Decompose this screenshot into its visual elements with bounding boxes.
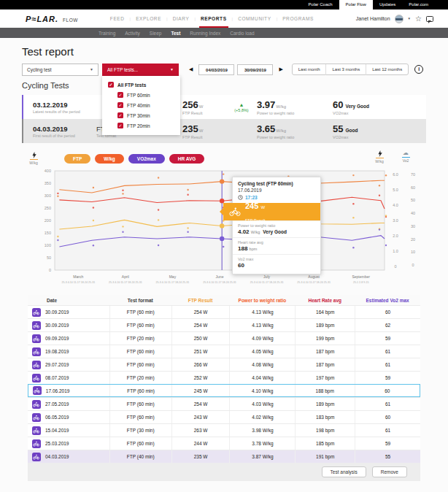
nav-item-programs[interactable]: PROGRAMS [279, 9, 317, 28]
info-button[interactable]: i [414, 65, 423, 74]
remove-button[interactable]: Remove [372, 466, 407, 477]
table-row[interactable]: 19.08.2019FTP (60 min)251 W4.05 W/kg187 … [28, 345, 420, 358]
sport-select[interactable]: Cycling test ▼ [22, 64, 99, 76]
scatter-point-ftp [385, 215, 387, 216]
subnav-item-running-index[interactable]: Running Index [190, 31, 220, 36]
plot-area[interactable] [55, 171, 385, 270]
legend-pill-hr-avg[interactable]: HR AVG [169, 154, 205, 164]
table-header-ftp-result: FTP Result [171, 298, 230, 303]
scatter-point-vo2max [223, 246, 224, 247]
table-row[interactable]: 29.07.2019FTP (60 min)266 W4.08 W/kg187 … [28, 358, 420, 371]
axis-tick: 50 [47, 255, 51, 260]
dropdown-option-ftp-30min[interactable]: ✓FTP 30min [102, 110, 180, 120]
quick-range-last-month[interactable]: Last month [293, 64, 326, 75]
dropdown-option-label: FTP 60min [127, 93, 150, 98]
scatter-point-vo2max [379, 228, 380, 230]
dropdown-option-ftp-20min[interactable]: ✓FTP 20min [102, 120, 180, 131]
chevron-down-icon: ▼ [170, 67, 174, 72]
nav-item-explore[interactable]: EXPLORE [133, 9, 164, 28]
date-to-input[interactable]: 30/09/2019 [237, 64, 273, 75]
subnav-item-activity[interactable]: Activity [125, 31, 140, 36]
scatter-point-w-kg [158, 177, 159, 178]
selected-point-w-kg[interactable] [220, 179, 224, 183]
row-sport-cell [28, 319, 45, 331]
legend-pill-vo2max[interactable]: VO2max [128, 154, 165, 164]
nav-item-reports[interactable]: REPORTS [198, 9, 230, 28]
test-type-select[interactable]: All FTP tests... ▼ [102, 64, 179, 76]
cyclist-icon [33, 415, 39, 420]
quick-range-last-3-months[interactable]: Last 3 months [325, 64, 366, 75]
nav-item-diary[interactable]: DIARY [170, 9, 193, 28]
subnav-item-training[interactable]: Training [99, 31, 115, 36]
row-sport-cell [28, 345, 45, 358]
table-row[interactable]: 06.05.2019FTP (60 min)243 W4.02 W/kg183 … [28, 410, 420, 423]
table-row[interactable]: 25.03.2019FTP (60 min)244 W3.78 W/kg185 … [28, 437, 420, 450]
table-row[interactable]: 30.09.2019FTP (60 min)254 W4.13 W/kg164 … [28, 305, 420, 318]
topbar-tab-polar-coach[interactable]: Polar Coach [302, 0, 339, 9]
checkbox-checked-icon[interactable]: ✓ [108, 82, 114, 88]
checkbox-checked-icon[interactable]: ✓ [117, 123, 123, 128]
right-axis-wkg-icon: W/kg [372, 150, 387, 164]
selected-point-ftp[interactable] [220, 223, 224, 228]
axis-tick: June [216, 274, 224, 279]
subnav-item-test[interactable]: Test [171, 31, 180, 36]
quick-range-last-12-months[interactable]: Last 12 months [366, 64, 408, 75]
row-estimated-vo2: 59 [355, 372, 420, 384]
table-row[interactable]: 30.09.2019FTP (60 min)254 W4.13 W/kg189 … [28, 318, 420, 331]
checkbox-checked-icon[interactable]: ✓ [117, 92, 123, 98]
dropdown-option-label: All FTP tests [117, 82, 146, 88]
row-ftp-result: 243 W [171, 411, 230, 423]
dropdown-option-label: FTP 20min [127, 123, 150, 128]
prev-period-button[interactable]: ◀ [185, 64, 197, 75]
axis-tick: 100 [45, 243, 51, 247]
legend-pill-w-kg[interactable]: W/kg [95, 154, 124, 164]
favorites-star-icon[interactable]: ☆ [415, 15, 422, 23]
table-row[interactable]: 27.05.2019FTP (60 min)254 W4.03 W/kg189 … [28, 397, 420, 410]
cyclist-icon [34, 388, 40, 393]
dropdown-option-ftp-40min[interactable]: ✓FTP 40min [102, 100, 180, 110]
checkbox-checked-icon[interactable]: ✓ [117, 112, 123, 118]
axis-tick: 25-3 4-10 11-17 18-24 25-31 [61, 281, 95, 284]
summary-ftp: 235 [182, 123, 198, 134]
row-test-format: FTP (60 min) [109, 398, 171, 410]
nav-item-feed[interactable]: FEED [107, 9, 128, 28]
next-period-button[interactable]: ▶ [274, 64, 287, 75]
checkbox-checked-icon[interactable]: ✓ [117, 102, 123, 108]
axis-tick: April [122, 274, 129, 279]
legend-pill-ftp[interactable]: FTP [64, 154, 90, 164]
axis-tick: 0 [412, 263, 414, 267]
topbar-tab-polar-com[interactable]: Polar.com [402, 0, 435, 9]
nav-item-community[interactable]: COMMUNITY [235, 9, 274, 28]
table-row[interactable]: 08.07.2019FTP (20 min)252 W4.04 W/kg197 … [28, 371, 420, 384]
subnav-item-cardio-load[interactable]: Cardio load [230, 31, 254, 36]
row-test-format: FTP (60 min) [109, 437, 171, 450]
user-name[interactable]: Janet Hamilton [356, 16, 390, 21]
axis-tick: March [73, 274, 83, 279]
scatter-point-w-kg [93, 187, 94, 188]
topbar-tab-updates[interactable]: Updates [373, 0, 402, 9]
table-footer: Test analysisRemove [28, 463, 420, 481]
test-analysis-button[interactable]: Test analysis [322, 466, 366, 477]
selected-point-vo2max[interactable] [220, 237, 224, 241]
dropdown-option-all-ftp-tests[interactable]: ✓All FTP tests [102, 80, 180, 90]
avatar[interactable] [395, 15, 403, 23]
table-row[interactable]: 04.03.2019FTP (40 min)235 W3.87 W/kg191 … [28, 450, 420, 463]
row-sport-cell [28, 437, 45, 450]
chart-plot[interactable]: 4003503002502001501005006.05.04.03.02.01… [22, 166, 426, 292]
polar-logo[interactable]: P≈LAR.FLOW [26, 15, 78, 23]
user-menu-caret-icon[interactable]: ▼ [408, 17, 411, 20]
row-estimated-vo2: 55 [355, 450, 420, 463]
table-row[interactable]: 15.04.2019FTP (30 min)263 W3.98 W/kg198 … [28, 423, 420, 437]
feedback-chat-icon[interactable] [426, 16, 433, 22]
table-row[interactable]: 09.09.2019FTP (20 min)250 W4.09 W/kg199 … [28, 331, 420, 345]
scatter-point-hr-avg [158, 209, 159, 210]
tooltip-vo2-value: 60 [238, 262, 244, 269]
date-from-input[interactable]: 04/03/2019 [198, 64, 234, 75]
dropdown-option-ftp-60min[interactable]: ✓FTP 60min [102, 90, 180, 100]
scatter-point-w-kg [352, 174, 354, 176]
row-heart-rate-avg: 183 bpm [295, 411, 355, 423]
table-row[interactable]: 17.06.2019FTP (60 min)245 W4.10 W/kg188 … [28, 384, 420, 397]
topbar-tab-polar-flow[interactable]: Polar Flow [339, 0, 373, 9]
cyclist-icon [33, 454, 39, 460]
subnav-item-sleep[interactable]: Sleep [150, 31, 162, 36]
